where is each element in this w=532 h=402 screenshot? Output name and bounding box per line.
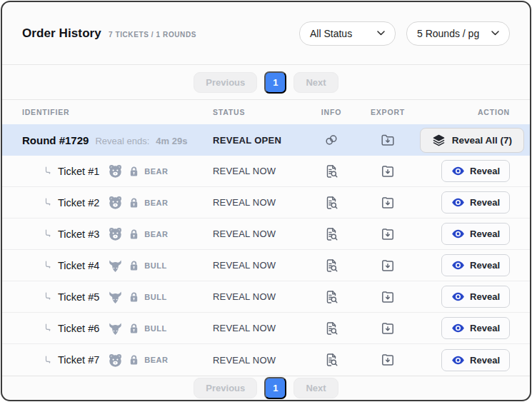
reveal-all-button[interactable]: Reveal All (7) [420, 128, 524, 153]
ticket-name: Ticket #4 [58, 260, 99, 271]
eye-icon [451, 290, 465, 303]
reveal-ends-label: Reveal ends: [95, 136, 149, 146]
ticket-export-button[interactable] [378, 225, 397, 243]
chevron-down-icon [491, 31, 499, 36]
column-header-info: INFO [321, 108, 341, 116]
reveal-button[interactable]: Reveal [441, 223, 510, 245]
reveal-all-label: Reveal All (7) [452, 135, 512, 146]
ticket-info-button[interactable] [322, 162, 341, 181]
ticket-export-button[interactable] [378, 194, 397, 212]
current-page-button[interactable]: 1 [264, 377, 286, 399]
header: Order History 7 TICKETS / 1 ROUNDS All S… [2, 2, 530, 65]
ticket-export-button[interactable] [378, 351, 397, 369]
bear-icon [107, 226, 124, 241]
ticket-name: Ticket #7 [58, 354, 99, 366]
layers-icon [432, 134, 446, 147]
current-page-button[interactable]: 1 [264, 71, 286, 94]
file-search-icon [323, 164, 339, 179]
ticket-row: Ticket #5 [2, 281, 530, 313]
eye-icon [451, 196, 465, 209]
ticket-export-button[interactable] [378, 319, 397, 338]
round-link-button[interactable] [322, 131, 341, 149]
ticket-status: REVEAL NOW [213, 355, 298, 366]
ticket-position-label: BEAR [144, 199, 168, 207]
ticket-info-button[interactable] [322, 351, 341, 369]
page-size-value: 5 Rounds / pg [417, 28, 479, 39]
ticket-export-button[interactable] [378, 162, 397, 181]
elbow-arrow-icon [44, 323, 53, 333]
elbow-arrow-icon [44, 166, 53, 176]
lock-icon [129, 197, 139, 208]
page-size-select[interactable]: 5 Rounds / pg [406, 21, 510, 46]
ticket-identifier: Ticket #6 [22, 321, 213, 336]
round-export-button[interactable] [378, 131, 397, 149]
ticket-identifier: Ticket #1 [22, 164, 213, 179]
ticket-info-button[interactable] [322, 256, 341, 275]
status-filter-select[interactable]: All Status [299, 21, 396, 46]
elbow-arrow-icon [44, 261, 53, 270]
ticket-rows: Ticket #1 [2, 156, 530, 376]
reveal-button[interactable]: Reveal [441, 317, 510, 339]
bottom-pagination: Previous 1 Next [2, 376, 530, 400]
ticket-position-label: BEAR [144, 356, 168, 364]
reveal-label: Reveal [470, 291, 500, 302]
lock-icon [129, 291, 139, 303]
ticket-info-button[interactable] [322, 225, 341, 243]
reveal-button[interactable]: Reveal [441, 254, 510, 276]
bull-icon [107, 321, 124, 336]
ticket-row: Ticket #4 [2, 250, 530, 281]
reveal-button[interactable]: Reveal [441, 160, 510, 182]
reveal-label: Reveal [470, 323, 500, 333]
folder-download-icon [380, 352, 396, 368]
ticket-export-button[interactable] [378, 256, 397, 275]
eye-icon [451, 258, 465, 272]
ticket-position-label: BULL [144, 293, 166, 301]
ticket-info-button[interactable] [322, 319, 341, 338]
ticket-row: Ticket #2 [2, 187, 530, 218]
ticket-export-button[interactable] [378, 288, 397, 306]
ticket-identifier: Ticket #3 [22, 226, 213, 241]
lock-icon [129, 228, 139, 240]
file-search-icon [323, 195, 339, 211]
bear-icon [107, 353, 124, 368]
reveal-label: Reveal [470, 228, 500, 239]
ticket-info-button[interactable] [322, 288, 341, 306]
ticket-info-button[interactable] [322, 194, 341, 212]
next-page-button[interactable]: Next [293, 72, 338, 93]
next-page-button[interactable]: Next [293, 378, 338, 398]
ticket-row: Ticket #6 [2, 313, 530, 344]
ticket-name: Ticket #5 [58, 291, 99, 303]
column-header-export: EXPORT [371, 108, 405, 116]
previous-page-button[interactable]: Previous [194, 72, 257, 93]
ticket-row: Ticket #1 [2, 156, 530, 187]
round-row: Round #1729 Reveal ends: 4m 29s REVEAL O… [2, 124, 530, 156]
table-header-row: IDENTIFIER STATUS INFO EXPORT ACTION [2, 100, 530, 124]
ticket-status: REVEAL NOW [213, 228, 298, 239]
file-search-icon [323, 258, 339, 273]
link-icon [323, 132, 339, 148]
elbow-arrow-icon [44, 198, 53, 207]
ticket-identifier: Ticket #5 [22, 289, 213, 304]
reveal-button[interactable]: Reveal [441, 191, 510, 213]
ticket-name: Ticket #2 [58, 197, 99, 208]
reveal-button[interactable]: Reveal [441, 349, 510, 371]
folder-download-icon [380, 258, 396, 273]
file-search-icon [323, 352, 339, 368]
round-name: Round #1729 [22, 134, 89, 146]
ticket-identifier: Ticket #4 [22, 258, 213, 273]
lock-icon [129, 166, 139, 177]
column-header-action: ACTION [478, 108, 510, 116]
file-search-icon [323, 226, 339, 242]
ticket-position-label: BULL [144, 324, 166, 333]
previous-page-button[interactable]: Previous [194, 378, 257, 398]
ticket-status: REVEAL NOW [213, 291, 298, 302]
reveal-button[interactable]: Reveal [441, 286, 510, 308]
reveal-label: Reveal [470, 166, 500, 176]
eye-icon [451, 227, 465, 241]
folder-download-icon [380, 321, 396, 336]
lock-icon [129, 323, 139, 334]
ticket-status: REVEAL NOW [213, 166, 298, 176]
ticket-name: Ticket #6 [58, 323, 99, 334]
elbow-arrow-icon [44, 356, 53, 365]
eye-icon [451, 353, 465, 367]
